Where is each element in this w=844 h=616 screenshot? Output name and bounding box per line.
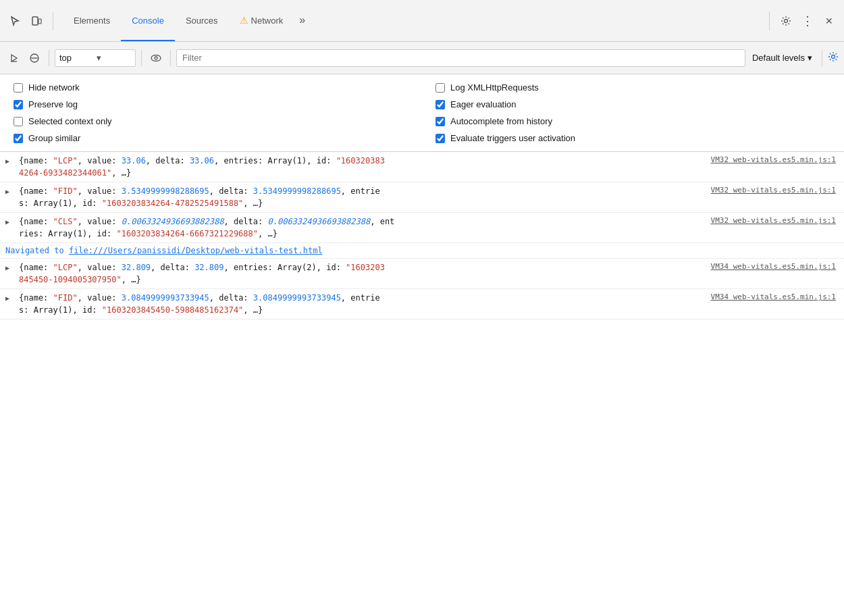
tab-network[interactable]: ⚠ Network (229, 0, 294, 41)
tab-sources[interactable]: Sources (175, 0, 229, 41)
navigate-message: Navigated to file:///Users/panissidi/Des… (0, 243, 844, 259)
console-entry-2: ▶ VM32 web-vitals.es5.min.js:1 {name: "F… (0, 182, 844, 213)
console-toolbar: top ▾ Default levels ▾ (0, 42, 844, 74)
cursor-icon-btn[interactable] (5, 11, 24, 30)
svg-rect-1 (38, 19, 41, 24)
tab-elements-label: Elements (74, 16, 110, 26)
source-link-5[interactable]: VM34 web-vitals.es5.min.js:1 (711, 292, 836, 303)
tab-bar-left (5, 11, 57, 30)
tab-console[interactable]: Console (121, 0, 175, 41)
expand-arrow-4[interactable]: ▶ (5, 263, 9, 273)
expand-arrow-2[interactable]: ▶ (5, 186, 9, 197)
navigate-link[interactable]: file:///Users/panissidi/Desktop/web-vita… (69, 246, 323, 255)
more-tabs-btn[interactable]: » (294, 0, 311, 41)
entry-2-text: {name: "FID", value: 3.5349999998288695,… (19, 186, 380, 208)
console-output: ▶ VM32 web-vitals.es5.min.js:1 {name: "L… (0, 152, 844, 319)
log-xml-checkbox[interactable]: Log XMLHttpRequests (436, 82, 830, 93)
execute-btn[interactable] (5, 49, 23, 67)
svg-point-7 (151, 55, 161, 61)
tab-divider-2 (769, 11, 770, 30)
eval-triggers-checkbox[interactable]: Evaluate triggers user activation (436, 133, 830, 143)
autocomplete-input[interactable] (436, 117, 445, 126)
source-link-1[interactable]: VM32 web-vitals.es5.min.js:1 (711, 155, 836, 166)
hide-network-input[interactable] (14, 83, 23, 93)
entry-4-text: {name: "LCP", value: 32.809, delta: 32.8… (19, 263, 385, 284)
svg-point-8 (155, 57, 157, 59)
tab-bar-right: ⋮ ✕ (765, 11, 839, 30)
console-entry-5: ▶ VM34 web-vitals.es5.min.js:1 {name: "F… (0, 289, 844, 319)
preserve-log-checkbox[interactable]: Preserve log (14, 99, 408, 109)
expand-arrow-5[interactable]: ▶ (5, 293, 9, 303)
toolbar-divider-4 (822, 50, 822, 66)
svg-point-9 (832, 55, 835, 58)
more-options-btn[interactable]: ⋮ (798, 11, 817, 30)
svg-point-2 (785, 19, 788, 22)
console-settings-btn[interactable] (828, 51, 839, 65)
hide-network-checkbox[interactable]: Hide network (14, 82, 408, 93)
settings-btn[interactable] (776, 11, 795, 30)
close-devtools-btn[interactable]: ✕ (820, 11, 839, 30)
context-dropdown-arrow: ▾ (97, 53, 131, 63)
context-value: top (59, 53, 94, 63)
default-levels-arrow: ▾ (808, 53, 812, 63)
filter-input[interactable] (176, 49, 745, 67)
svg-marker-3 (11, 55, 17, 61)
autocomplete-checkbox[interactable]: Autocomplete from history (436, 116, 830, 126)
entry-3-text: {name: "CLS", value: 0.00633249366938823… (19, 217, 394, 238)
selected-context-input[interactable] (14, 117, 23, 126)
eye-btn[interactable] (147, 49, 165, 67)
svg-rect-0 (32, 17, 38, 25)
preserve-log-input[interactable] (14, 100, 23, 109)
log-xml-input[interactable] (436, 83, 445, 93)
default-levels-btn[interactable]: Default levels ▾ (748, 49, 816, 67)
toolbar-divider-1 (49, 50, 49, 66)
selected-context-checkbox[interactable]: Selected context only (14, 116, 408, 126)
eager-eval-checkbox[interactable]: Eager evaluation (436, 99, 830, 109)
context-selector[interactable]: top ▾ (55, 49, 136, 67)
console-entry-4: ▶ VM34 web-vitals.es5.min.js:1 {name: "L… (0, 259, 844, 289)
eval-triggers-input[interactable] (436, 134, 445, 143)
toolbar-divider-3 (170, 50, 171, 66)
group-similar-checkbox[interactable]: Group similar (14, 133, 408, 143)
entry-1-text: {name: "LCP", value: 33.06, delta: 33.06… (19, 156, 385, 178)
tab-bar: Elements Console Sources ⚠ Network » ⋮ ✕ (0, 0, 844, 42)
default-levels-label: Default levels (752, 53, 805, 63)
source-link-2[interactable]: VM32 web-vitals.es5.min.js:1 (711, 185, 836, 197)
expand-arrow-3[interactable]: ▶ (5, 217, 9, 227)
console-entry-3: ▶ VM32 web-vitals.es5.min.js:1 {name: "C… (0, 213, 844, 243)
clear-console-btn[interactable] (26, 49, 43, 67)
tab-divider-1 (53, 11, 53, 30)
toolbar-divider-2 (141, 50, 142, 66)
expand-arrow-1[interactable]: ▶ (5, 156, 9, 166)
source-link-4[interactable]: VM34 web-vitals.es5.min.js:1 (711, 261, 836, 273)
device-toggle-btn[interactable] (27, 11, 46, 30)
settings-panel: Hide network Log XMLHttpRequests Preserv… (0, 74, 844, 152)
entry-5-text: {name: "FID", value: 3.0849999993733945,… (19, 293, 380, 315)
tabs: Elements Console Sources ⚠ Network » (63, 0, 311, 41)
tab-sources-label: Sources (186, 16, 218, 26)
tab-network-label: Network (251, 16, 284, 26)
tab-console-label: Console (132, 16, 164, 26)
warning-icon: ⚠ (240, 15, 248, 26)
settings-grid: Hide network Log XMLHttpRequests Preserv… (14, 82, 830, 143)
source-link-3[interactable]: VM32 web-vitals.es5.min.js:1 (711, 215, 836, 227)
tab-elements[interactable]: Elements (63, 0, 121, 41)
group-similar-input[interactable] (14, 134, 23, 143)
eager-eval-input[interactable] (436, 100, 445, 109)
console-entry-1: ▶ VM32 web-vitals.es5.min.js:1 {name: "L… (0, 152, 844, 182)
